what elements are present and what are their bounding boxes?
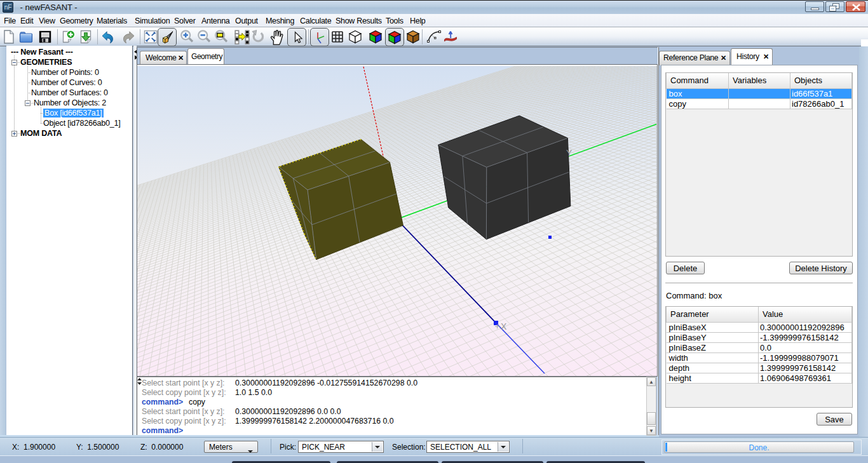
svg-text:X: X: [501, 321, 507, 332]
svg-text:Y: Y: [566, 148, 573, 158]
